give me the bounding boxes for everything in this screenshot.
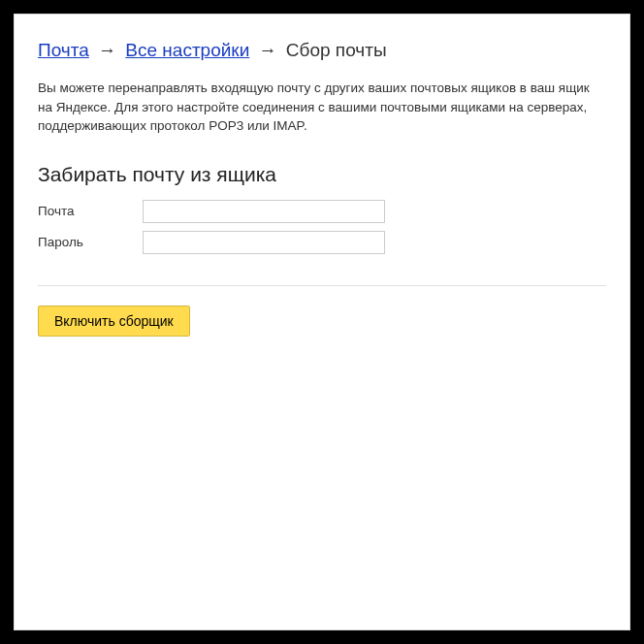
email-row: Почта [38, 200, 606, 223]
divider [38, 285, 606, 286]
password-label: Пароль [38, 235, 143, 249]
page-description: Вы можете перенаправлять входящую почту … [38, 79, 606, 136]
password-row: Пароль [38, 231, 606, 254]
email-label: Почта [38, 204, 143, 218]
breadcrumb-separator: → [98, 40, 116, 60]
breadcrumb-separator: → [259, 40, 277, 60]
breadcrumb-all-settings-link[interactable]: Все настройки [125, 40, 249, 60]
breadcrumb-current: Сбор почты [286, 40, 387, 60]
breadcrumb: Почта → Все настройки → Сбор почты [38, 40, 606, 61]
section-title: Забирать почту из ящика [38, 163, 606, 186]
breadcrumb-mail-link[interactable]: Почта [38, 40, 89, 60]
enable-collector-button[interactable]: Включить сборщик [38, 306, 190, 337]
password-field[interactable] [143, 231, 385, 254]
email-field[interactable] [143, 200, 385, 223]
settings-window: Почта → Все настройки → Сбор почты Вы мо… [14, 14, 630, 630]
